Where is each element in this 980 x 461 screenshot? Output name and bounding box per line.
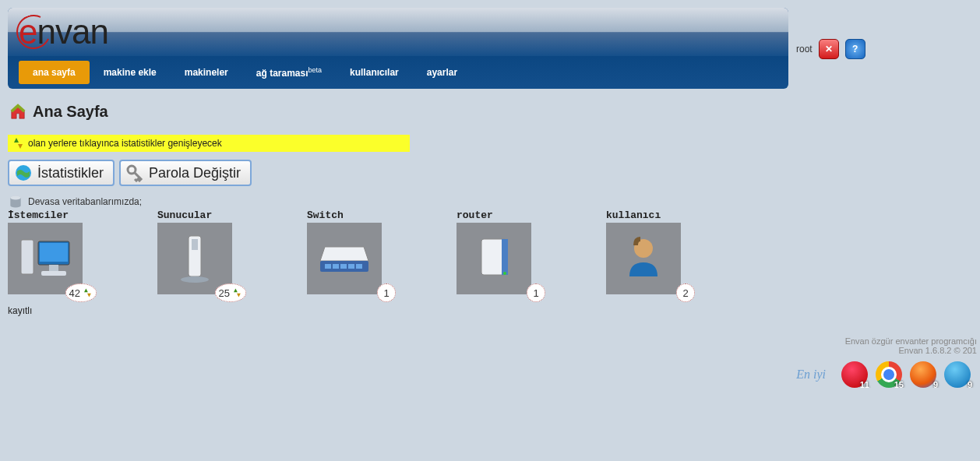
header-bar: envan ana sayfa makine ekle makineler ağ… bbox=[8, 8, 788, 89]
tower-server-icon bbox=[171, 231, 218, 286]
count-badge: 1 bbox=[377, 283, 396, 302]
stat-router[interactable]: router 1 bbox=[457, 209, 573, 294]
browser-recommend: En iyi 11 15 9 9 bbox=[796, 361, 977, 388]
svg-point-11 bbox=[181, 276, 209, 283]
stat-servers[interactable]: Sunucular 25 bbox=[157, 209, 274, 294]
key-icon bbox=[125, 164, 144, 182]
registered-label: kayıtlı bbox=[8, 305, 788, 316]
tab-statistics[interactable]: İstatistikler bbox=[8, 160, 115, 186]
footer: Envan özgür envanter programcığı Envan 1… bbox=[0, 336, 980, 388]
tab-label: İstatistikler bbox=[37, 165, 104, 181]
db-description: Devasa veritabanlarımızda; bbox=[8, 194, 788, 209]
svg-rect-15 bbox=[340, 264, 347, 269]
svg-rect-8 bbox=[41, 271, 66, 276]
expand-collapse-icon bbox=[12, 138, 23, 149]
tab-change-password[interactable]: Parola Değiştir bbox=[119, 160, 252, 186]
stat-server-icon: 25 bbox=[157, 223, 232, 294]
database-icon bbox=[8, 194, 23, 209]
stat-router-icon: 1 bbox=[457, 223, 531, 294]
content-area: Ana Sayfa olan yerlere tıklayınca istati… bbox=[8, 89, 788, 316]
best-with-label: En iyi bbox=[796, 368, 826, 382]
username-label: root bbox=[796, 44, 813, 55]
nav-settings[interactable]: ayarlar bbox=[413, 61, 471, 84]
nav-home[interactable]: ana sayfa bbox=[19, 61, 90, 84]
count-badge: 2 bbox=[676, 283, 695, 302]
nav-scan[interactable]: ağ taramasıbeta bbox=[242, 60, 336, 85]
count-badge: 25 bbox=[215, 283, 246, 302]
nav-machines[interactable]: makineler bbox=[171, 61, 242, 84]
svg-rect-16 bbox=[348, 264, 354, 269]
help-icon[interactable]: ? bbox=[845, 39, 865, 59]
page-title: Ana Sayfa bbox=[33, 103, 108, 121]
stat-label: Switch bbox=[307, 209, 424, 221]
stats-row: İstemciler 42 Sunucular bbox=[8, 209, 788, 294]
main-nav: ana sayfa makine ekle makineler ağ taram… bbox=[8, 56, 788, 89]
expand-collapse-icon bbox=[232, 288, 241, 297]
home-icon bbox=[9, 104, 26, 121]
stat-switch-icon: 1 bbox=[307, 223, 382, 294]
stat-label: router bbox=[457, 209, 573, 221]
chrome-icon: 15 bbox=[876, 361, 902, 388]
svg-rect-10 bbox=[192, 239, 198, 250]
stat-label: kullanıcı bbox=[606, 209, 723, 221]
app-logo: envan bbox=[19, 12, 108, 51]
svg-rect-17 bbox=[356, 264, 362, 269]
tab-label: Parola Değiştir bbox=[149, 165, 241, 181]
expand-collapse-icon bbox=[83, 288, 91, 297]
tip-text: olan yerlere tıklayınca istatistikler ge… bbox=[28, 138, 222, 149]
stat-user[interactable]: kullanıcı 2 bbox=[606, 209, 723, 294]
firefox-icon: 9 bbox=[910, 361, 936, 388]
tab-row: İstatistikler Parola Değiştir bbox=[8, 160, 788, 186]
svg-rect-4 bbox=[21, 240, 33, 274]
user-area: root ✕ ? bbox=[788, 8, 865, 59]
nav-add-machine[interactable]: makine ekle bbox=[90, 61, 171, 84]
stat-label: Sunucular bbox=[157, 209, 274, 221]
svg-rect-7 bbox=[49, 265, 58, 271]
close-icon[interactable]: ✕ bbox=[819, 39, 839, 59]
count-badge: 1 bbox=[527, 283, 545, 302]
nav-users[interactable]: kullanıcılar bbox=[336, 61, 413, 84]
stat-switch[interactable]: Switch 1 bbox=[307, 209, 424, 294]
svg-rect-14 bbox=[333, 264, 339, 269]
router-icon bbox=[471, 231, 517, 286]
stat-user-icon: 2 bbox=[606, 223, 681, 294]
stat-client-icon: 42 bbox=[8, 223, 83, 294]
svg-rect-6 bbox=[40, 243, 68, 262]
switch-icon bbox=[317, 239, 372, 278]
stat-label: İstemciler bbox=[8, 209, 125, 221]
person-icon bbox=[620, 231, 667, 286]
globe-icon bbox=[14, 164, 33, 182]
opera-icon: 11 bbox=[841, 361, 868, 388]
svg-rect-19 bbox=[502, 239, 508, 275]
svg-point-3 bbox=[10, 196, 20, 200]
svg-rect-13 bbox=[325, 264, 331, 269]
tip-bar: olan yerlere tıklayınca istatistikler ge… bbox=[8, 135, 410, 152]
footer-desc: Envan özgür envanter programcığı bbox=[0, 336, 977, 346]
svg-point-20 bbox=[503, 272, 506, 275]
ie-icon: 9 bbox=[944, 361, 971, 388]
page-title-row: Ana Sayfa bbox=[8, 103, 788, 121]
footer-version: Envan 1.6.8.2 © 201 bbox=[0, 346, 977, 355]
stat-clients[interactable]: İstemciler 42 bbox=[8, 209, 125, 294]
desktop-icon bbox=[18, 235, 72, 282]
count-badge: 42 bbox=[65, 283, 97, 302]
logo-area: envan bbox=[8, 8, 788, 56]
